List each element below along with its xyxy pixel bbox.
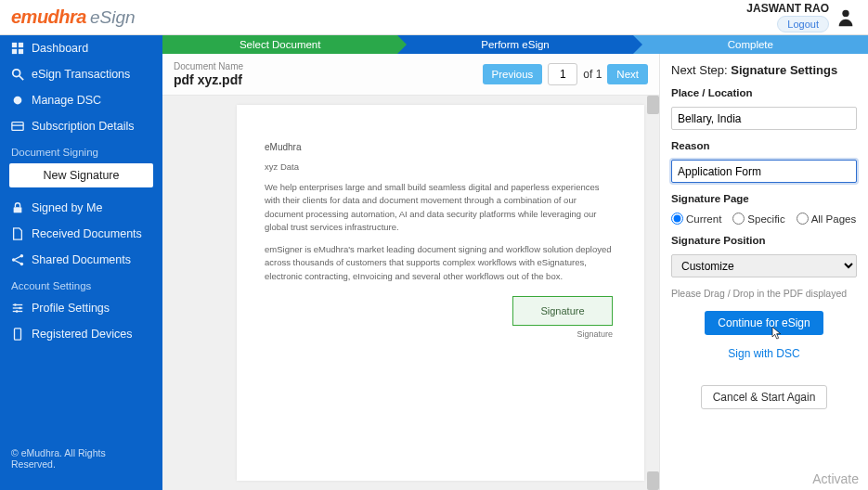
sidebar-item-label: Dashboard bbox=[32, 42, 88, 55]
app-header: emudhra eSign JASWANT RAO Logout bbox=[0, 0, 868, 35]
section-document-signing: Document Signing bbox=[0, 139, 162, 161]
reason-label: Reason bbox=[671, 140, 857, 151]
sidebar-item-label: Received Documents bbox=[32, 227, 142, 240]
sidebar-item-profile-settings[interactable]: Profile Settings bbox=[0, 295, 162, 321]
radio-all-pages[interactable]: All Pages bbox=[797, 213, 857, 225]
logo: emudhra eSign bbox=[11, 6, 136, 28]
sidebar-item-received-documents[interactable]: Received Documents bbox=[0, 221, 162, 247]
step-perform-esign[interactable]: Perform eSign bbox=[397, 35, 632, 54]
search-icon bbox=[11, 68, 24, 81]
signature-caption: Signature bbox=[577, 329, 613, 339]
pager: Previous of 1 Next bbox=[483, 63, 648, 85]
step-complete[interactable]: Complete bbox=[633, 35, 868, 54]
sidebar-item-label: Registered Devices bbox=[32, 328, 132, 341]
share-icon bbox=[11, 253, 24, 266]
scroll-down-button[interactable] bbox=[647, 471, 659, 490]
lock-icon bbox=[11, 201, 24, 214]
next-button[interactable]: Next bbox=[607, 64, 648, 84]
svg-point-17 bbox=[14, 303, 17, 306]
sidebar-item-manage-dsc[interactable]: Manage DSC bbox=[0, 87, 162, 113]
sidebar-item-label: Profile Settings bbox=[32, 302, 110, 315]
place-input[interactable] bbox=[671, 107, 857, 130]
sidebar-item-label: Signed by Me bbox=[32, 201, 102, 214]
page-input[interactable] bbox=[548, 63, 577, 85]
sidebar-item-label: Manage DSC bbox=[32, 94, 101, 107]
scroll-up-button[interactable] bbox=[647, 96, 659, 114]
svg-rect-10 bbox=[14, 207, 22, 213]
copyright: © eMudhra. All Rights Reserved. bbox=[0, 427, 162, 490]
svg-rect-4 bbox=[19, 49, 23, 54]
sidebar-item-subscription[interactable]: Subscription Details bbox=[0, 113, 162, 139]
wizard-steps: Select Document Perform eSign Complete bbox=[162, 35, 868, 54]
svg-point-18 bbox=[19, 307, 21, 310]
radio-specific[interactable]: Specific bbox=[732, 213, 784, 225]
svg-rect-20 bbox=[15, 329, 21, 340]
logo-main: emudhra bbox=[11, 6, 86, 28]
svg-point-13 bbox=[20, 263, 24, 266]
sidebar-item-dashboard[interactable]: Dashboard bbox=[0, 35, 162, 61]
svg-rect-3 bbox=[12, 49, 17, 54]
svg-rect-2 bbox=[19, 43, 23, 47]
cancel-start-again-button[interactable]: Cancel & Start Again bbox=[701, 385, 828, 409]
svg-rect-8 bbox=[12, 122, 23, 131]
sidebar-item-label: Shared Documents bbox=[32, 253, 131, 266]
step-select-document[interactable]: Select Document bbox=[162, 35, 397, 54]
logo-sub: eSign bbox=[90, 7, 136, 28]
sidebar: Dashboard eSign Transactions Manage DSC … bbox=[0, 35, 162, 490]
place-label: Place / Location bbox=[671, 87, 857, 98]
svg-point-11 bbox=[12, 258, 16, 262]
signature-page-radios: Current Specific All Pages bbox=[671, 213, 857, 225]
avatar[interactable] bbox=[835, 6, 857, 29]
drag-drop-hint: Please Drag / Drop in the PDF displayed bbox=[671, 288, 857, 299]
grid-icon bbox=[11, 42, 24, 55]
pdf-paragraph-2: emSigner is eMudhra's market leading doc… bbox=[265, 243, 616, 283]
section-account-settings: Account Settings bbox=[0, 273, 162, 295]
signature-position-label: Signature Position bbox=[671, 235, 857, 246]
previous-button[interactable]: Previous bbox=[483, 64, 543, 84]
next-step-title: Next Step: Signature Settings bbox=[671, 63, 857, 77]
signature-placeholder[interactable]: Signature bbox=[512, 296, 613, 326]
logout-button[interactable]: Logout bbox=[777, 16, 829, 32]
sliders-icon bbox=[11, 302, 24, 315]
pdf-brand: eMudhra bbox=[265, 142, 616, 152]
user-name: JASWANT RAO bbox=[746, 2, 829, 15]
pdf-paragraph-1: We help enterprises large and small buil… bbox=[265, 181, 616, 234]
document-column: Document Name pdf xyz.pdf Previous of 1 … bbox=[162, 54, 659, 490]
sign-with-dsc-link[interactable]: Sign with DSC bbox=[671, 347, 857, 360]
signature-page-label: Signature Page bbox=[671, 193, 857, 204]
document-icon bbox=[11, 227, 24, 240]
pdf-subtitle: xyz Data bbox=[265, 161, 616, 172]
document-topbar: Document Name pdf xyz.pdf Previous of 1 … bbox=[162, 54, 659, 96]
new-signature-button[interactable]: New Signature bbox=[9, 163, 153, 187]
document-name-label: Document Name bbox=[174, 61, 243, 71]
svg-rect-1 bbox=[12, 43, 17, 47]
continue-esign-button[interactable]: Continue for eSign bbox=[705, 311, 823, 335]
page-of: of 1 bbox=[583, 68, 602, 81]
svg-point-19 bbox=[16, 310, 19, 313]
svg-point-7 bbox=[14, 97, 22, 105]
sidebar-item-registered-devices[interactable]: Registered Devices bbox=[0, 321, 162, 347]
device-icon bbox=[11, 328, 24, 341]
svg-point-5 bbox=[13, 70, 20, 77]
pdf-page: eMudhra xyz Data We help enterprises lar… bbox=[237, 105, 644, 481]
document-viewport[interactable]: eMudhra xyz Data We help enterprises lar… bbox=[162, 96, 659, 490]
sidebar-item-shared-documents[interactable]: Shared Documents bbox=[0, 247, 162, 273]
dot-icon bbox=[11, 94, 24, 107]
svg-point-0 bbox=[842, 9, 849, 16]
sidebar-item-label: eSign Transactions bbox=[32, 68, 130, 81]
cursor-icon bbox=[770, 326, 783, 341]
signature-position-select[interactable]: Customize bbox=[671, 254, 857, 277]
main-area: Select Document Perform eSign Complete D… bbox=[162, 35, 868, 490]
sidebar-item-esign-transactions[interactable]: eSign Transactions bbox=[0, 61, 162, 87]
card-icon bbox=[11, 120, 24, 133]
reason-input[interactable] bbox=[671, 160, 857, 183]
svg-point-12 bbox=[20, 254, 24, 258]
settings-panel: Next Step: Signature Settings Place / Lo… bbox=[659, 54, 868, 490]
sidebar-item-signed-by-me[interactable]: Signed by Me bbox=[0, 195, 162, 221]
radio-current[interactable]: Current bbox=[671, 213, 721, 225]
document-name: pdf xyz.pdf bbox=[174, 72, 243, 87]
svg-line-6 bbox=[19, 76, 23, 80]
sidebar-item-label: Subscription Details bbox=[32, 120, 134, 133]
scrollbar-track[interactable] bbox=[647, 96, 659, 490]
